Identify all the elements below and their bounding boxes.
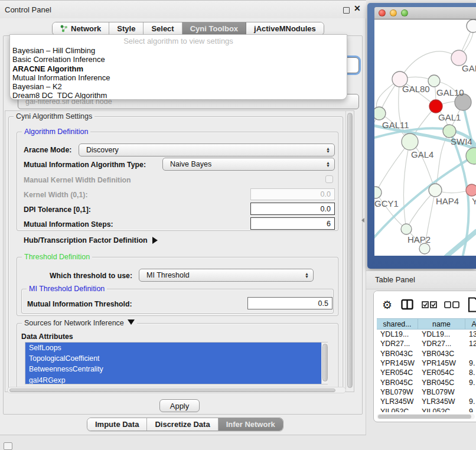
- sources-group-title[interactable]: Sources for Network Inference: [22, 319, 137, 327]
- mi-threshold-field[interactable]: 0.5: [247, 297, 332, 309]
- tab-impute-data[interactable]: Impute Data: [87, 418, 147, 431]
- data-attributes-label: Data Attributes: [21, 332, 73, 341]
- table-row[interactable]: YER054CYER054C8.: [377, 368, 476, 377]
- attributes-vertical-scrollbar[interactable]: [321, 343, 328, 384]
- attribute-list-item[interactable]: BetweennessCentrality: [25, 364, 327, 374]
- aracne-mode-combobox[interactable]: Discovery ▲▼: [79, 144, 335, 156]
- split-pane-collapse-icon[interactable]: [361, 218, 364, 223]
- table-header-row[interactable]: shared...nameA: [377, 318, 476, 330]
- column-header-shared[interactable]: shared...: [377, 319, 418, 329]
- table-cell: 12: [465, 339, 476, 348]
- tab-select[interactable]: Select: [144, 22, 182, 35]
- dropdown-item[interactable]: Mutual Information Inference: [10, 73, 347, 82]
- table-card: ⚙ shared...nameA YDL19...YDL19...13YDR27…: [373, 291, 476, 422]
- manual-kernel-width-label: Manual Kernel Width Definition: [24, 176, 131, 184]
- network-view-window[interactable]: GALGAL80GAL10GAL1GAL11SWI4GAL4GCY1HAP4YH…: [367, 3, 476, 269]
- network-canvas[interactable]: GALGAL80GAL10GAL1GAL11SWI4GAL4GCY1HAP4YH…: [374, 19, 476, 256]
- attribute-list-item[interactable]: SelfLoops: [25, 343, 327, 353]
- network-node[interactable]: [419, 243, 430, 254]
- dpi-tolerance-field[interactable]: 0.0: [250, 203, 335, 215]
- scrollbar-thumb[interactable]: [347, 113, 353, 388]
- tab-cyni-toolbox[interactable]: Cyni Toolbox: [182, 22, 246, 35]
- mac-close-icon[interactable]: [379, 9, 386, 17]
- table-row[interactable]: YBL079WYBL079W: [377, 387, 476, 397]
- network-node[interactable]: [466, 148, 476, 164]
- float-window-icon[interactable]: [343, 7, 350, 14]
- tab-infer-network[interactable]: Infer Network: [219, 418, 283, 431]
- hub-definition-disclosure[interactable]: Hub/Transcription Factor Definition: [24, 236, 158, 244]
- scrollbar-thumb[interactable]: [378, 415, 471, 419]
- mi-steps-label: Mutual Information Steps:: [24, 220, 113, 229]
- table-row[interactable]: YPR145WYPR145W9.: [377, 358, 476, 368]
- tab-label: Discretize Data: [155, 420, 210, 429]
- dropdown-item[interactable]: ARACNE Algorithm: [10, 64, 347, 73]
- cyni-bottom-tabbar: Impute DataDiscretize DataInfer Network: [87, 418, 283, 431]
- attribute-list-item[interactable]: TopologicalCoefficient: [25, 353, 327, 364]
- settings-horizontal-scrollbar[interactable]: [7, 387, 346, 393]
- table-cell: YIL052C: [377, 406, 418, 412]
- table-horizontal-scrollbar[interactable]: [377, 414, 475, 419]
- mi-steps-field[interactable]: 6: [250, 217, 335, 230]
- tab-discretize-data[interactable]: Discretize Data: [147, 418, 218, 431]
- dropdown-item[interactable]: Bayesian – Hill Climbing: [10, 46, 347, 55]
- kernel-width-field[interactable]: 0.0: [250, 188, 335, 200]
- close-icon[interactable]: ✕: [354, 4, 361, 13]
- network-node[interactable]: [467, 19, 476, 32]
- algorithm-definition-title: Algorithm Definition: [22, 128, 90, 136]
- apply-button[interactable]: Apply: [159, 399, 200, 412]
- sources-title-text: Sources for Network Inference: [24, 319, 124, 327]
- dropdown-item[interactable]: Dream8 DC_TDC Algorithm: [10, 91, 347, 100]
- manual-kernel-width-checkbox[interactable]: [325, 175, 333, 183]
- mac-minimize-icon[interactable]: [390, 9, 397, 17]
- cyni-settings-group-title: Cyni Algorithm Settings: [14, 112, 94, 120]
- dropdown-item[interactable]: Basic Correlation Inference: [10, 55, 347, 64]
- network-node[interactable]: [428, 75, 440, 87]
- node-label: GAL: [462, 63, 476, 73]
- expanded-arrow-icon: [128, 319, 135, 325]
- tab-jactivemnodules[interactable]: jActiveMNodules: [246, 22, 324, 35]
- table-row[interactable]: YDR27...YDR27...12: [377, 339, 476, 348]
- dropdown-item-list: Bayesian – Hill ClimbingBasic Correlatio…: [10, 46, 347, 100]
- data-attributes-list[interactable]: SelfLoopsTopologicalCoefficientBetweenne…: [25, 342, 328, 384]
- network-node[interactable]: [429, 100, 442, 113]
- settings-vertical-scrollbar[interactable]: [345, 111, 353, 392]
- mi-algorithm-type-combobox[interactable]: Naive Bayes ▲▼: [162, 158, 335, 171]
- table-row[interactable]: YLR345WYLR345W9.: [377, 397, 476, 406]
- node-label: GAL11: [382, 120, 409, 130]
- network-node[interactable]: [429, 184, 442, 197]
- kernel-width-label: Kernel Width (0,1):: [24, 191, 88, 199]
- column-header-a[interactable]: A: [465, 319, 476, 329]
- node-label: SWI4: [451, 136, 472, 146]
- network-window-titlebar[interactable]: [374, 7, 476, 19]
- table-cell: YDL19...: [418, 330, 465, 339]
- split-columns-icon[interactable]: [401, 299, 414, 311]
- table-row[interactable]: YDL19...YDL19...13: [377, 330, 476, 339]
- table-cell: 13: [465, 330, 476, 339]
- minimized-panel-icon[interactable]: [4, 442, 12, 450]
- gear-icon[interactable]: ⚙: [382, 298, 392, 312]
- which-threshold-combobox[interactable]: MI Threshold ▲▼: [139, 269, 314, 282]
- table-row[interactable]: YBR043CYBR043C: [377, 349, 476, 358]
- tab-style[interactable]: Style: [109, 22, 144, 35]
- table-row[interactable]: YIL052CYIL052C9.: [377, 406, 476, 412]
- table-cell: YLR345W: [377, 397, 418, 406]
- algorithm-dropdown-popup: Select algorithm to view settings Bayesi…: [9, 34, 347, 100]
- checked-boxes-icon[interactable]: [422, 301, 437, 309]
- unchecked-boxes-icon[interactable]: [444, 301, 459, 309]
- column-header-name[interactable]: name: [418, 319, 465, 329]
- table-row[interactable]: YBR045CYBR045C9.: [377, 377, 476, 387]
- network-node[interactable]: [443, 125, 456, 138]
- mac-zoom-icon[interactable]: [401, 9, 408, 17]
- tab-network[interactable]: Network: [53, 22, 109, 35]
- network-node[interactable]: [466, 184, 476, 196]
- network-node[interactable]: [374, 107, 386, 120]
- attribute-list-item[interactable]: gal4RGexp: [25, 375, 327, 384]
- scrollbar-thumb[interactable]: [322, 344, 328, 381]
- hub-definition-label: Hub/Transcription Factor Definition: [24, 236, 148, 244]
- network-node[interactable]: [401, 224, 412, 234]
- scrollbar-thumb[interactable]: [9, 389, 335, 393]
- dropdown-item[interactable]: Bayesian – K2: [10, 82, 347, 91]
- page-icon[interactable]: [468, 297, 476, 312]
- network-node[interactable]: [374, 187, 382, 198]
- network-node[interactable]: [402, 133, 418, 150]
